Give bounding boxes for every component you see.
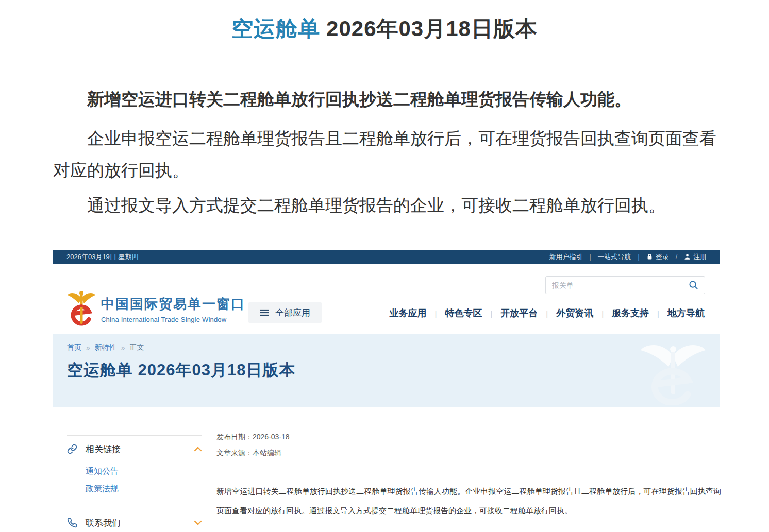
- chevron-down-icon: [194, 520, 202, 526]
- sidebar-link-notices[interactable]: 通知公告: [86, 462, 202, 480]
- slash-separator: /: [676, 253, 677, 261]
- page-title-highlight: 空运舱单: [231, 16, 320, 41]
- breadcrumb: 首页 » 新特性 » 正文: [67, 343, 144, 352]
- page-title-version: 2026年03月18日版本: [326, 16, 538, 41]
- article-source-label: 文章来源：: [216, 449, 253, 457]
- register-link[interactable]: 注册: [684, 252, 707, 262]
- breadcrumb-section[interactable]: 新特性: [95, 343, 116, 352]
- sidebar-link-policies[interactable]: 政策法规: [86, 480, 202, 497]
- breadcrumb-current: 正文: [130, 343, 144, 352]
- top-utility-bar: 2026年03月19日 星期四 新用户指引 | 一站式导航 | 登录 / 注册: [53, 250, 720, 264]
- phone-icon: [67, 518, 78, 528]
- site-brand[interactable]: 中国国际贸易单一窗口 China International Trade Sin…: [101, 295, 245, 323]
- search-input[interactable]: [552, 281, 689, 289]
- article: 发布日期：2026-03-18 文章来源：本站编辑 新增空运进口转关二程舱单放行…: [216, 433, 721, 521]
- site-logo[interactable]: [66, 289, 97, 330]
- publish-date-label: 发布日期：: [216, 433, 253, 441]
- nav-separator: |: [434, 309, 437, 318]
- new-user-guide-link[interactable]: 新用户指引: [549, 252, 582, 262]
- divider: [67, 504, 202, 504]
- divider: [216, 466, 721, 466]
- one-stop-nav-link[interactable]: 一站式导航: [598, 252, 631, 262]
- sidebar-section-contact[interactable]: 联系我们: [67, 509, 202, 532]
- intro-text: 新增空运进口转关二程舱单放行回执抄送二程舱单理货报告传输人功能。 企业申报空运二…: [53, 83, 724, 221]
- page-title: 空运舱单2026年03月18日版本: [0, 14, 769, 43]
- sidebar-section-label: 联系我们: [86, 517, 194, 529]
- nav-item-trade-news[interactable]: 外贸资讯: [556, 307, 593, 319]
- caduceus-logo-icon: [66, 289, 97, 328]
- article-source-row: 文章来源：本站编辑: [216, 449, 721, 458]
- nav-separator: |: [490, 309, 492, 318]
- link-icon: [67, 444, 78, 454]
- intro-paragraph-3: 通过报文导入方式提交二程舱单理货报告的企业，可接收二程舱单放行回执。: [53, 190, 724, 221]
- site-header: 中国国际贸易单一窗口 China International Trade Sin…: [53, 264, 720, 334]
- separator: |: [589, 253, 591, 261]
- site-search: [545, 276, 705, 294]
- current-date: 2026年03月19日 星期四: [66, 252, 138, 262]
- article-source-value: 本站编辑: [253, 449, 281, 457]
- publish-date-row: 发布日期：2026-03-18: [216, 433, 721, 442]
- brand-name-en: China International Trade Single Window: [101, 316, 245, 323]
- page-content: 相关链接 通知公告 政策法规 联系我们 发布日期：2026-03-18 文章来源…: [53, 407, 720, 532]
- breadcrumb-home[interactable]: 首页: [67, 343, 81, 352]
- article-title: 空运舱单 2026年03月18日版本: [67, 359, 296, 381]
- login-link[interactable]: 登录: [646, 252, 669, 262]
- article-body: 新增空运进口转关二程舱单放行回执抄送二程舱单理货报告传输人功能。企业申报空运二程…: [216, 482, 721, 521]
- all-apps-button[interactable]: 全部应用: [248, 302, 322, 323]
- publish-date-value: 2026-03-18: [253, 433, 290, 441]
- chevron-up-icon: [194, 446, 202, 452]
- nav-item-service-support[interactable]: 服务支持: [612, 307, 649, 319]
- sidebar-section-label: 相关链接: [86, 443, 194, 455]
- user-icon: [684, 253, 691, 260]
- page-banner: 首页 » 新特性 » 正文 空运舱单 2026年03月18日版本: [53, 334, 720, 407]
- sidebar-section-related-links[interactable]: 相关链接: [67, 436, 202, 462]
- caduceus-watermark-icon: [634, 337, 712, 405]
- nav-item-special-zone[interactable]: 特色专区: [445, 307, 482, 319]
- menu-icon: [260, 308, 270, 317]
- separator: |: [638, 253, 640, 261]
- embedded-screenshot: 2026年03月19日 星期四 新用户指引 | 一站式导航 | 登录 / 注册: [53, 250, 720, 532]
- breadcrumb-separator: »: [121, 344, 125, 352]
- nav-item-local-nav[interactable]: 地方导航: [667, 307, 705, 319]
- sidebar-sub-links: 通知公告 政策法规: [67, 462, 202, 497]
- nav-separator: |: [546, 309, 548, 318]
- brand-name-cn: 中国国际贸易单一窗口: [101, 295, 245, 313]
- nav-separator: |: [601, 309, 604, 318]
- intro-paragraph-1: 新增空运进口转关二程舱单放行回执抄送二程舱单理货报告传输人功能。: [53, 83, 724, 115]
- nav-item-open-platform[interactable]: 开放平台: [500, 307, 538, 319]
- lock-icon: [646, 253, 653, 260]
- nav-separator: |: [657, 309, 659, 318]
- main-navigation: 业务应用 | 特色专区 | 开放平台 | 外贸资讯 | 服务支持 | 地方导航: [389, 307, 705, 319]
- sidebar: 相关链接 通知公告 政策法规 联系我们: [67, 435, 202, 532]
- nav-item-business[interactable]: 业务应用: [389, 307, 426, 319]
- intro-paragraph-2: 企业申报空运二程舱单理货报告且二程舱单放行后，可在理货报告回执查询页面查看对应的…: [53, 123, 724, 186]
- search-icon[interactable]: [689, 280, 698, 290]
- breadcrumb-separator: »: [86, 344, 90, 352]
